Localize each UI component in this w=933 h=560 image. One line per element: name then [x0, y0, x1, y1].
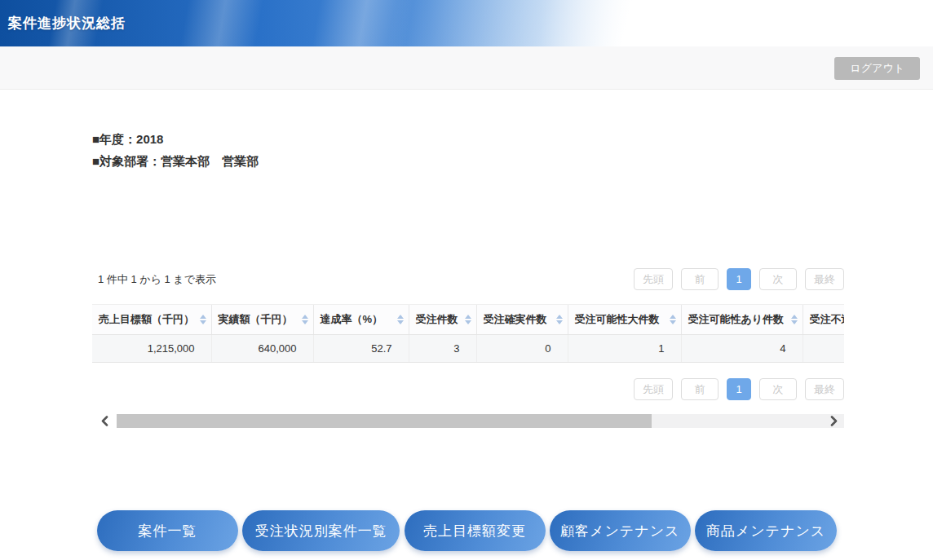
- project-list-by-order-status-button[interactable]: 受注状況別案件一覧: [242, 510, 400, 551]
- column-header-orders-unclear[interactable]: 受注不透明件数: [803, 305, 844, 335]
- page-next-button[interactable]: 次: [759, 378, 797, 400]
- results-table-viewport: 売上目標額（千円） 実績額（千円） 達成率（%） 受注件数 受注確実件数 受注可…: [92, 304, 844, 363]
- scroll-right-button[interactable]: [830, 414, 838, 428]
- product-maintenance-button[interactable]: 商品メンテナンス: [695, 510, 837, 551]
- sort-icon: [670, 315, 677, 324]
- page-next-button[interactable]: 次: [759, 268, 797, 290]
- column-header-actual[interactable]: 実績額（千円）: [211, 305, 313, 335]
- cell-actual: 640,000: [211, 335, 313, 363]
- grid-footer: 先頭 前 1 次 最終: [92, 378, 844, 400]
- cell-orders: 3: [409, 335, 476, 363]
- sort-icon: [397, 315, 405, 324]
- action-button-bar: 案件一覧 受注状況別案件一覧 売上目標額変更 顧客メンテナンス 商品メンテナンス: [97, 510, 837, 551]
- filter-section: ■年度：2018 ■対象部署：営業本部 営業部: [92, 128, 933, 172]
- column-header-orders-possible[interactable]: 受注可能性あり件数: [681, 305, 803, 335]
- department-label: ■対象部署：営業本部 営業部: [92, 150, 933, 172]
- sales-target-change-button[interactable]: 売上目標額変更: [405, 510, 546, 551]
- page-prev-button[interactable]: 前: [681, 378, 719, 400]
- sort-icon: [200, 315, 207, 324]
- horizontal-scrollbar: [92, 414, 844, 428]
- page-current-button[interactable]: 1: [727, 268, 751, 290]
- scroll-left-button[interactable]: [92, 414, 117, 428]
- chevron-left-icon: [101, 416, 108, 426]
- scrollbar-thumb[interactable]: [117, 414, 652, 428]
- summary-grid: 1 件中 1 から 1 まで表示 先頭 前 1 次 最終 売上目標額（千円） 実…: [92, 268, 844, 428]
- column-header-orders[interactable]: 受注件数: [409, 305, 476, 335]
- column-header-orders-certain[interactable]: 受注確実件数: [476, 305, 568, 335]
- pagination-top: 先頭 前 1 次 最終: [634, 268, 844, 290]
- year-label: ■年度：2018: [92, 128, 933, 150]
- customer-maintenance-button[interactable]: 顧客メンテナンス: [550, 510, 691, 551]
- cell-achievement-rate: 52.7: [313, 335, 409, 363]
- project-list-button[interactable]: 案件一覧: [97, 510, 238, 551]
- page-title: 案件進捗状況総括: [8, 14, 126, 33]
- column-header-achievement-rate[interactable]: 達成率（%）: [313, 305, 409, 335]
- page-first-button[interactable]: 先頭: [634, 268, 673, 290]
- app-banner: 案件進捗状況総括: [0, 0, 933, 46]
- page-last-button[interactable]: 最終: [805, 268, 844, 290]
- cell-orders-likely: 1: [568, 335, 681, 363]
- chevron-right-icon: [830, 416, 838, 426]
- page-prev-button[interactable]: 前: [681, 268, 719, 290]
- cell-sales-target: 1,215,000: [92, 335, 211, 363]
- table-header-row: 売上目標額（千円） 実績額（千円） 達成率（%） 受注件数 受注確実件数 受注可…: [92, 305, 844, 335]
- column-header-orders-likely[interactable]: 受注可能性大件数: [568, 305, 681, 335]
- table-row: 1,215,000 640,000 52.7 3 0 1 4: [92, 335, 844, 363]
- page-last-button[interactable]: 最終: [805, 378, 844, 400]
- cell-orders-unclear: [803, 335, 844, 363]
- sort-icon: [465, 315, 472, 324]
- results-table: 売上目標額（千円） 実績額（千円） 達成率（%） 受注件数 受注確実件数 受注可…: [92, 304, 844, 363]
- cell-orders-possible: 4: [681, 335, 803, 363]
- sort-icon: [556, 315, 564, 324]
- scrollbar-track[interactable]: [117, 414, 844, 428]
- grid-toolbar: 1 件中 1 から 1 まで表示 先頭 前 1 次 最終: [92, 268, 844, 290]
- record-count-info: 1 件中 1 から 1 まで表示: [92, 272, 216, 287]
- pagination-bottom: 先頭 前 1 次 最終: [634, 378, 844, 400]
- page-first-button[interactable]: 先頭: [634, 378, 673, 400]
- sort-icon: [791, 315, 798, 324]
- cell-orders-certain: 0: [476, 335, 568, 363]
- page-current-button[interactable]: 1: [727, 378, 751, 400]
- toolbar: ログアウト: [0, 46, 933, 90]
- sort-icon: [302, 315, 309, 324]
- logout-button[interactable]: ログアウト: [834, 57, 920, 80]
- column-header-sales-target[interactable]: 売上目標額（千円）: [92, 305, 211, 335]
